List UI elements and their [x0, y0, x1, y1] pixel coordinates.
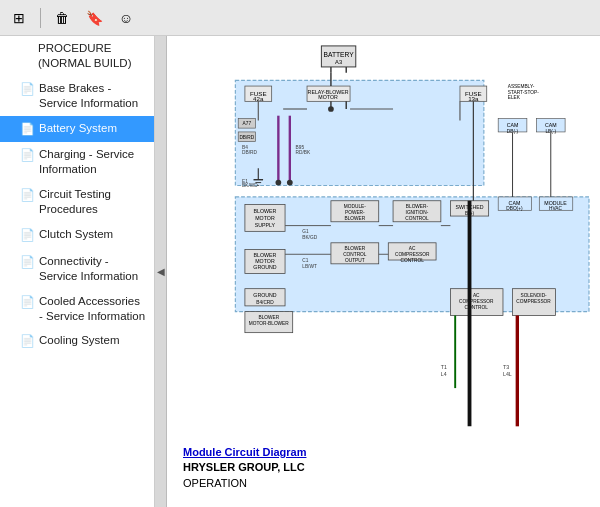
svg-text:ELEK: ELEK [508, 95, 521, 100]
diagram-company: HRYSLER GROUP, LLC [183, 460, 306, 475]
sidebar-item-charging[interactable]: 📄Charging - Service Information [0, 142, 154, 182]
svg-text:GROUND: GROUND [253, 264, 277, 270]
sidebar-item-label-charging: Charging - Service Information [39, 147, 146, 177]
svg-text:BK/WD: BK/WD [242, 183, 258, 188]
sidebar-item-label-base-brakes: Base Brakes - Service Information [39, 81, 146, 111]
svg-text:C1: C1 [302, 258, 308, 263]
sidebar-item-procedure[interactable]: PROCEDURE (NORMAL BUILD) [0, 36, 154, 76]
svg-text:CONTROL: CONTROL [405, 216, 429, 221]
svg-text:GROUND: GROUND [253, 292, 277, 298]
sidebar-item-icon-clutch-system: 📄 [20, 228, 35, 244]
sidebar-item-circuit-testing[interactable]: 📄Circuit Testing Procedures [0, 182, 154, 222]
bookmark-icon[interactable]: 🔖 [83, 7, 105, 29]
svg-text:B4/CRD: B4/CRD [256, 300, 274, 305]
sidebar-collapse-handle[interactable]: ◀ [155, 36, 167, 507]
svg-text:A3: A3 [335, 59, 342, 65]
sidebar-item-icon-cooling-system: 📄 [20, 334, 35, 350]
svg-text:START-STOP-: START-STOP- [508, 90, 539, 95]
sidebar-item-cooled-accessories[interactable]: 📄Cooled Accessories - Service Informatio… [0, 289, 154, 329]
sidebar-item-label-cooling-system: Cooling System [39, 333, 146, 348]
svg-point-90 [275, 180, 281, 186]
sidebar-item-icon-charging: 📄 [20, 148, 35, 164]
svg-text:LB/WT: LB/WT [302, 264, 317, 269]
sidebar-item-label-cooled-accessories: Cooled Accessories - Service Information [39, 294, 146, 324]
sidebar-item-battery-system[interactable]: 📄Battery System [0, 116, 154, 143]
sidebar-item-clutch-system[interactable]: 📄Clutch System [0, 222, 154, 249]
delete-icon[interactable]: 🗑 [51, 7, 73, 29]
svg-text:ASSEMBLY-: ASSEMBLY- [508, 84, 535, 89]
svg-text:DBO(+): DBO(+) [506, 206, 523, 211]
svg-text:AC: AC [473, 293, 480, 298]
svg-text:L4: L4 [441, 371, 447, 377]
svg-text:L4L: L4L [503, 371, 512, 377]
sidebar-item-label-circuit-testing: Circuit Testing Procedures [39, 187, 146, 217]
svg-text:AC: AC [409, 246, 416, 251]
diagram-title-link[interactable]: Module Circuit Diagram [183, 445, 306, 460]
wiring-diagram: BATTERY A3 FUSE 42a RELAY-BLOWER MOTOR F [175, 44, 592, 455]
sidebar-item-icon-battery-system: 📄 [20, 122, 35, 138]
svg-text:T1: T1 [441, 364, 447, 370]
sidebar-item-cooling-system[interactable]: 📄Cooling System [0, 328, 154, 355]
sidebar-item-label-procedure: PROCEDURE (NORMAL BUILD) [38, 41, 146, 71]
svg-text:DB/RD: DB/RD [239, 135, 254, 140]
svg-text:SOLENOID-: SOLENOID- [520, 293, 547, 298]
toolbar-separator [40, 8, 41, 28]
sidebar-item-label-battery-system: Battery System [39, 121, 146, 136]
svg-text:T3: T3 [503, 364, 509, 370]
svg-text:RD/BK: RD/BK [296, 150, 311, 155]
svg-text:MOTOR: MOTOR [255, 215, 275, 221]
svg-text:MOTOR: MOTOR [318, 94, 338, 100]
svg-text:BLOWER: BLOWER [344, 216, 365, 221]
svg-text:COMPRESSOR: COMPRESSOR [459, 299, 494, 304]
sidebar-item-icon-circuit-testing: 📄 [20, 188, 35, 204]
svg-text:MODULE: MODULE [544, 200, 567, 206]
svg-text:MODULE-: MODULE- [344, 204, 366, 209]
svg-rect-6 [235, 80, 484, 185]
svg-text:SUPPLY: SUPPLY [255, 222, 276, 228]
svg-text:POWER-: POWER- [345, 210, 365, 215]
svg-text:CAM: CAM [545, 122, 557, 128]
person-icon[interactable]: ☺ [115, 7, 137, 29]
svg-text:A77: A77 [243, 121, 252, 126]
svg-text:COMPRESSOR: COMPRESSOR [395, 252, 430, 257]
svg-text:MOTOR-BLOWER: MOTOR-BLOWER [249, 321, 289, 326]
diagram-footer: Module Circuit Diagram HRYSLER GROUP, LL… [183, 445, 306, 491]
svg-text:COMPRESSOR: COMPRESSOR [516, 299, 551, 304]
sidebar-item-icon-cooled-accessories: 📄 [20, 295, 35, 311]
diagram-area: BATTERY A3 FUSE 42a RELAY-BLOWER MOTOR F [175, 44, 592, 499]
sidebar-item-label-connectivity: Connectivity - Service Information [39, 254, 146, 284]
sidebar-item-connectivity[interactable]: 📄Connectivity - Service Information [0, 249, 154, 289]
content-area: BATTERY A3 FUSE 42a RELAY-BLOWER MOTOR F [167, 36, 600, 507]
svg-text:IGNITION-: IGNITION- [406, 210, 429, 215]
sidebar-item-icon-base-brakes: 📄 [20, 82, 35, 98]
svg-point-91 [287, 180, 293, 186]
svg-text:OUTPUT: OUTPUT [345, 258, 365, 263]
svg-text:BLOWER: BLOWER [254, 208, 277, 214]
grid-icon[interactable]: ⊞ [8, 7, 30, 29]
svg-text:BLOWER: BLOWER [344, 246, 365, 251]
main-area: PROCEDURE (NORMAL BUILD)📄Base Brakes - S… [0, 36, 600, 507]
svg-text:CONTROL: CONTROL [401, 258, 425, 263]
svg-text:CAM: CAM [507, 122, 519, 128]
svg-text:BLOWER: BLOWER [258, 315, 279, 320]
diagram-section: OPERATION [183, 476, 306, 491]
svg-text:HVAC: HVAC [549, 206, 562, 211]
svg-text:G1: G1 [302, 229, 309, 234]
svg-text:42a: 42a [253, 95, 264, 102]
svg-text:DB/RD: DB/RD [242, 150, 257, 155]
sidebar-item-label-clutch-system: Clutch System [39, 227, 146, 242]
sidebar: PROCEDURE (NORMAL BUILD)📄Base Brakes - S… [0, 36, 155, 507]
svg-text:BATTERY: BATTERY [323, 51, 354, 58]
svg-text:CONTROL: CONTROL [343, 252, 367, 257]
svg-text:BLOWER-: BLOWER- [406, 204, 429, 209]
sidebar-item-icon-connectivity: 📄 [20, 255, 35, 271]
svg-text:BK/GD: BK/GD [302, 235, 317, 240]
toolbar: ⊞ 🗑 🔖 ☺ [0, 0, 600, 36]
svg-text:13a: 13a [468, 95, 479, 102]
svg-text:CAM: CAM [509, 200, 521, 206]
sidebar-item-base-brakes[interactable]: 📄Base Brakes - Service Information [0, 76, 154, 116]
